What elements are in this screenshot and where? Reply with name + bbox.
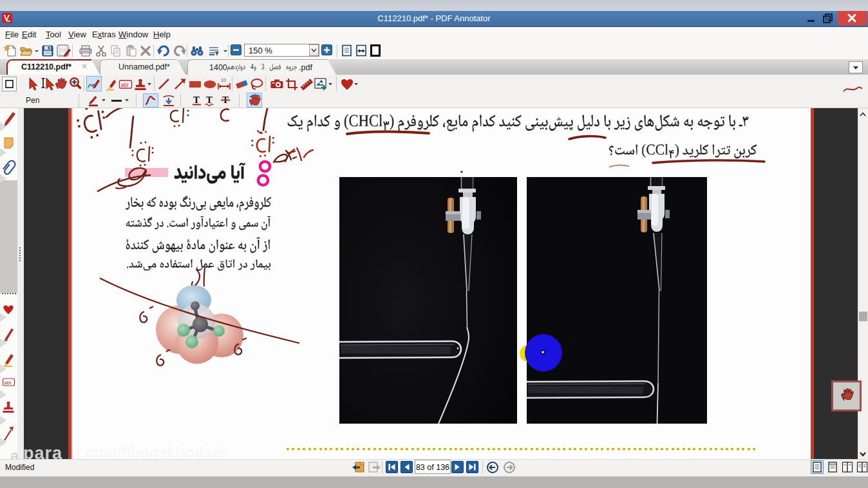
svg-text:t.com/filmnakhodaei: t.com/filmnakhodaei <box>76 444 225 459</box>
svg-text:T: T <box>193 95 200 105</box>
svg-text:abl: abl <box>5 380 12 386</box>
svg-text:abl: abl <box>121 82 129 88</box>
svg-text:T: T <box>206 95 212 105</box>
svg-text:10: 10 <box>221 78 226 82</box>
